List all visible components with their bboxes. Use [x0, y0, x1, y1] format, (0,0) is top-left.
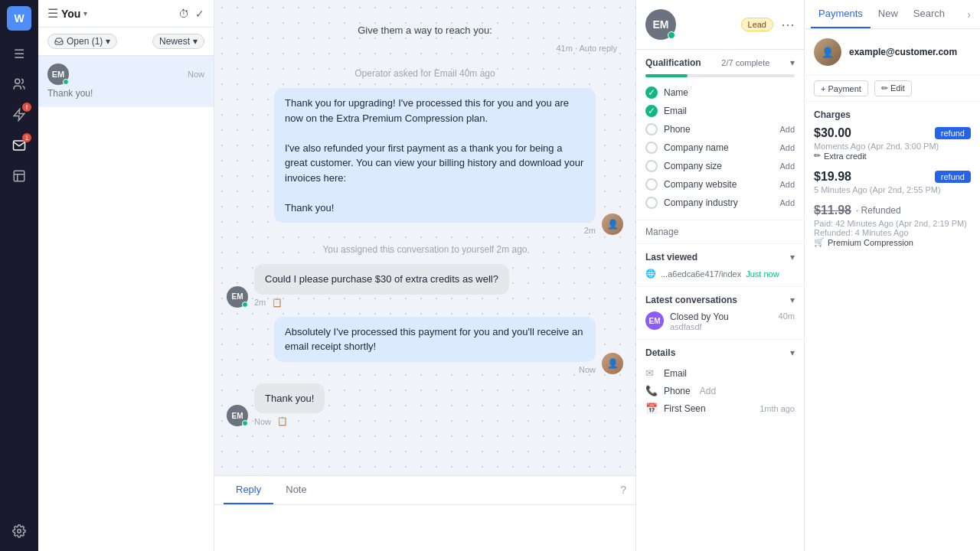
- open-filter-label: Open (1): [67, 36, 103, 47]
- qual-item-company-size: Company size Add: [645, 157, 795, 175]
- conv-avatar-initials: EM: [52, 70, 65, 79]
- timer-icon[interactable]: ⏱: [178, 8, 189, 20]
- last-viewed-time: Just now: [746, 269, 779, 279]
- latest-conv-content: Closed by You asdfasdf: [670, 311, 773, 331]
- reports-icon[interactable]: [5, 162, 33, 190]
- customer-payment-header: 👤 example@customer.com: [805, 29, 980, 76]
- contact-avatar: EM: [645, 9, 676, 40]
- chat-input-area: Reply Note ?: [214, 475, 635, 551]
- email-detail-icon: ✉: [645, 367, 658, 379]
- payments-panel: Payments New Search › 👤 example@customer…: [804, 0, 980, 551]
- qual-toggle-icon[interactable]: ▾: [790, 57, 795, 68]
- qual-add-company-name[interactable]: Add: [779, 143, 795, 152]
- chat-main: Give them a way to reach you: 41m · Auto…: [214, 0, 635, 551]
- open-filter[interactable]: Open (1) ▾: [47, 34, 117, 49]
- help-icon[interactable]: ?: [620, 476, 626, 504]
- newest-filter[interactable]: Newest ▾: [152, 34, 204, 49]
- qual-progress-fill: [645, 74, 688, 77]
- detail-phone: 📞 Phone Add: [645, 382, 795, 399]
- refund-button-2[interactable]: refund: [935, 171, 971, 183]
- inbox-small-icon: [54, 37, 64, 46]
- agent-msg-row-1: Thank you for upgrading! I've processed …: [227, 88, 623, 235]
- give-reach-text: Give them a way to reach you:: [227, 18, 623, 42]
- newest-filter-label: Newest: [159, 36, 190, 47]
- qual-check-company-name: [645, 142, 658, 154]
- contact-more-icon[interactable]: ⋯: [781, 16, 795, 33]
- last-viewed-url[interactable]: ...a6edca6e417/index: [661, 269, 741, 279]
- charge-meta-refunded-3: Refunded: 4 Minutes Ago: [814, 228, 971, 237]
- contacts-icon[interactable]: [5, 70, 33, 98]
- detail-first-seen-label: First Seen: [664, 403, 706, 414]
- agent-msg-avatar-1: 👤: [602, 214, 623, 235]
- conv-item[interactable]: EM Now Thank you!: [38, 56, 214, 107]
- pencil-icon-1: ✏: [814, 151, 821, 161]
- qual-add-phone[interactable]: Add: [779, 125, 795, 134]
- reach-msg-container: Give them a way to reach you: 41m · Auto…: [227, 12, 623, 59]
- customer-payment-email: example@customer.com: [849, 47, 957, 57]
- customer-msg-row-2: EM Thank you! Now 📋: [227, 383, 623, 427]
- qualification-panel: EM Lead ⋯ Qualification 2/7 complete ▾ ✓…: [635, 0, 804, 551]
- settings-icon[interactable]: [5, 517, 33, 545]
- system-msg-email: Operator asked for Email 40m ago: [227, 68, 623, 79]
- detail-email-label: Email: [664, 368, 687, 379]
- conv-filter-bar: Open (1) ▾ Newest ▾: [38, 28, 214, 56]
- menu-icon[interactable]: ☰: [47, 6, 58, 21]
- qual-check-company-industry: [645, 197, 658, 209]
- qual-check-company-size: [645, 160, 658, 172]
- qual-add-company-industry[interactable]: Add: [779, 198, 795, 207]
- check-icon[interactable]: ✓: [195, 8, 204, 20]
- qual-check-email: ✓: [645, 105, 658, 117]
- conv-time: Now: [188, 70, 204, 79]
- last-viewed-section: Last viewed ▾ 🌐 ...a6edca6e417/index Jus…: [636, 244, 804, 287]
- latest-conv-item[interactable]: EM Closed by You asdfasdf 40m: [645, 311, 795, 331]
- inbox-icon[interactable]: 1: [5, 132, 33, 159]
- refunded-label: · Refunded: [856, 205, 901, 216]
- qual-item-name: ✓ Name: [645, 83, 795, 102]
- last-viewed-item: 🌐 ...a6edca6e417/index Just now: [645, 269, 795, 279]
- manage-link[interactable]: Manage: [636, 220, 804, 244]
- detail-phone-add[interactable]: Add: [700, 386, 716, 396]
- hamburger-icon[interactable]: ☰: [5, 40, 33, 67]
- tab-search[interactable]: Search: [906, 0, 952, 28]
- qual-complete: 2/7 complete: [721, 58, 769, 67]
- edit-button[interactable]: ✏ Edit: [874, 80, 912, 96]
- svg-marker-1: [14, 109, 24, 121]
- qual-label-company-size: Company size: [664, 161, 722, 171]
- chat-input-box[interactable]: [214, 505, 635, 551]
- automation-icon[interactable]: !: [5, 101, 33, 129]
- qual-title: Qualification: [645, 57, 701, 68]
- qual-label-company-industry: Company industry: [664, 197, 738, 208]
- payments-tabs: Payments New Search ›: [805, 0, 980, 29]
- tab-new[interactable]: New: [871, 0, 906, 28]
- tab-reply[interactable]: Reply: [224, 476, 273, 504]
- refund-button-1[interactable]: refund: [935, 127, 971, 139]
- qual-add-company-website[interactable]: Add: [779, 180, 795, 189]
- payments-nav-arrow[interactable]: ›: [964, 2, 974, 27]
- customer-msg-row-1: EM Could I please purchase $30 of extra …: [227, 264, 623, 308]
- add-payment-button[interactable]: + Payment: [814, 80, 868, 96]
- customer-payment-avatar: 👤: [814, 38, 841, 66]
- qual-item-company-website: Company website Add: [645, 175, 795, 194]
- qual-label-phone: Phone: [664, 124, 691, 135]
- customer-msg-avatar-1: EM: [227, 286, 248, 308]
- tab-payments[interactable]: Payments: [811, 0, 871, 28]
- agent-msg-meta-1: 2m: [584, 226, 596, 235]
- qual-check-name: ✓: [645, 86, 658, 99]
- charges-title: Charges: [814, 109, 971, 120]
- last-viewed-toggle[interactable]: ▾: [790, 252, 795, 262]
- latest-conv-toggle[interactable]: ▾: [790, 295, 795, 305]
- svg-rect-2: [14, 171, 24, 181]
- agent-msg-avatar-2: 👤: [602, 353, 623, 374]
- charge-meta-1: Moments Ago (Apr 2nd, 3:00 PM): [814, 142, 971, 151]
- details-toggle[interactable]: ▾: [790, 347, 795, 358]
- charge-amount-1: $30.00: [814, 126, 851, 140]
- qual-check-company-website: [645, 178, 658, 191]
- qual-add-company-size[interactable]: Add: [779, 161, 795, 171]
- agent-msg-row-2: Absolutely I've processed this payment f…: [227, 317, 623, 374]
- conversations-panel: ☰ You ▾ ⏱ ✓ Open (1) ▾ Newest ▾ EM Now T: [38, 0, 214, 551]
- app-logo[interactable]: W: [7, 6, 31, 31]
- agent-dropdown-icon[interactable]: ▾: [83, 9, 87, 18]
- conv-list: EM Now Thank you!: [38, 56, 214, 551]
- tab-note[interactable]: Note: [273, 476, 318, 504]
- globe-icon: 🌐: [645, 269, 656, 279]
